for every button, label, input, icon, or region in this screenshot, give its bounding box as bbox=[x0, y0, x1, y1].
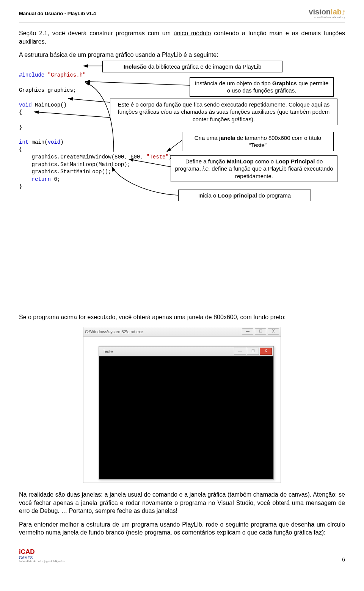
teste-canvas bbox=[99, 356, 273, 479]
tok-header: "Graphics.h" bbox=[48, 72, 86, 78]
c2a: Instância de um objeto do tipo bbox=[195, 80, 272, 86]
teste-window-buttons: — ☐ X bbox=[234, 348, 272, 355]
code-line-7: { bbox=[19, 146, 22, 152]
code-line-10: graphics.StartMainLoop(); bbox=[19, 169, 111, 175]
svg-line-4 bbox=[167, 140, 182, 152]
c4a: Cria uma bbox=[195, 135, 219, 141]
code-line-5: } bbox=[19, 124, 22, 130]
c4c: de tamanho 800x600 com o título “Teste” bbox=[235, 135, 321, 149]
tok-zero: 0; bbox=[51, 176, 60, 182]
c1-text: da biblioteca gráfica e de imagem da Pla… bbox=[147, 63, 262, 70]
callout-mainloop-body: Este é o corpo da função que fica sendo … bbox=[110, 99, 337, 125]
tok-cmw: graphics.CreateMainWindow(800, 600, bbox=[19, 154, 146, 160]
code-line-11: return 0; bbox=[19, 176, 60, 182]
logo-text-lab: lab bbox=[331, 8, 342, 16]
screenshot-container: C:\Windows\system32\cmd.exe — ☐ X Teste … bbox=[19, 327, 345, 483]
teste-maximize-button[interactable]: ☐ bbox=[247, 348, 259, 355]
cmd-window: C:\Windows\system32\cmd.exe — ☐ X Teste … bbox=[83, 327, 281, 483]
cmd-maximize-button[interactable]: ☐ bbox=[255, 328, 266, 335]
c5d: Loop Principal bbox=[275, 158, 315, 165]
p1-underline: único módulo bbox=[174, 30, 211, 36]
paragraph-5: Para entender melhor a estrutura de um p… bbox=[19, 520, 345, 537]
tok-paren: ) bbox=[60, 139, 63, 145]
page-footer: iCAD GAMES Laboratório de cad e jogos in… bbox=[19, 548, 345, 563]
tok-int: int bbox=[19, 139, 28, 145]
svg-line-3 bbox=[34, 112, 110, 118]
teste-minimize-button[interactable]: — bbox=[234, 348, 246, 355]
svg-line-2 bbox=[68, 99, 110, 102]
c4b: janela bbox=[219, 135, 235, 141]
c5a: Define a função bbox=[185, 158, 227, 165]
cmd-titlebar: C:\Windows\system32\cmd.exe — ☐ X bbox=[83, 327, 281, 337]
code-line-4: { bbox=[19, 109, 22, 115]
svg-line-5 bbox=[129, 159, 171, 167]
header-divider bbox=[19, 22, 345, 22]
c6a: Inicia o bbox=[198, 192, 218, 199]
code-line-1: #include "Graphics.h" bbox=[19, 72, 86, 78]
page-number: 6 bbox=[342, 557, 345, 563]
c5g: define a função que a PlayLib ficará exe… bbox=[210, 165, 333, 179]
callout-setmainloop: Define a função MainLoop como o Loop Pri… bbox=[171, 155, 337, 182]
doc-title: Manual do Usuário - PlayLib v1.4 bbox=[19, 11, 96, 16]
p1-text-a: Seção 2.1, você deverá construir program… bbox=[19, 30, 174, 36]
paragraph-3: Se o programa acima for executado, você … bbox=[19, 313, 345, 321]
c5f: i.e. bbox=[202, 165, 210, 172]
cmd-minimize-button[interactable]: — bbox=[242, 328, 253, 335]
callout-include: Inclusão da biblioteca gráfica e de imag… bbox=[102, 61, 282, 73]
code-line-8: graphics.CreateMainWindow(800, 600, "Tes… bbox=[19, 154, 175, 160]
code-line-12: } bbox=[19, 183, 22, 190]
code-line-6: int main(void) bbox=[19, 139, 64, 145]
tok-return: return bbox=[19, 176, 51, 182]
c6b: Loop principal bbox=[218, 192, 257, 199]
cmd-close-button[interactable]: X bbox=[268, 328, 279, 335]
c5b: MainLoop bbox=[227, 158, 254, 165]
c6c: do programa bbox=[257, 192, 291, 199]
c3a: Este é o corpo da função que fica sendo … bbox=[118, 101, 330, 122]
tok-include: #include bbox=[19, 72, 44, 78]
tok-void: void bbox=[19, 102, 32, 108]
c1-bold: Inclusão bbox=[124, 63, 147, 70]
icad-logo: iCAD GAMES Laboratório de cad e jogos in… bbox=[19, 548, 64, 563]
callout-graphics-instance: Instância de um objeto do tipo Graphics … bbox=[190, 77, 334, 97]
footer-games: GAMES bbox=[19, 556, 33, 560]
paragraph-4: Na realidade são duas janelas: a janela … bbox=[19, 491, 345, 515]
c5c: como o bbox=[254, 158, 276, 165]
cmd-window-buttons: — ☐ X bbox=[242, 328, 279, 335]
teste-title-text: Teste bbox=[100, 349, 113, 354]
teste-close-button[interactable]: X bbox=[260, 348, 272, 355]
tok-main: main( bbox=[28, 139, 47, 145]
callout-startmainloop: Inicia o Loop principal do programa bbox=[178, 190, 311, 202]
code-line-9: graphics.SetMainLoop(MainLoop); bbox=[19, 161, 130, 168]
paragraph-2: A estrutura básica de um programa gráfic… bbox=[19, 51, 345, 59]
code-block: #include "Graphics.h" Graphics graphics;… bbox=[19, 64, 345, 310]
footer-sub: Laboratório de cad e jogos inteligentes bbox=[19, 560, 64, 563]
visionlab-logo: visionlab⤴ visualization laboratory bbox=[309, 8, 345, 19]
logo-subtitle: visualization laboratory bbox=[309, 16, 345, 19]
teste-titlebar: Teste — ☐ X bbox=[99, 346, 273, 357]
tok-mainloop: MainLoop() bbox=[32, 102, 67, 108]
page-header: Manual do Usuário - PlayLib v1.4 visionl… bbox=[19, 8, 345, 19]
logo-swoosh-icon: ⤴ bbox=[342, 9, 345, 16]
logo-text-vision: vision bbox=[309, 8, 331, 16]
code-line-3: void MainLoop() bbox=[19, 102, 67, 108]
code-line-2: Graphics graphics; bbox=[19, 87, 76, 93]
footer-icad: iCAD bbox=[19, 548, 35, 555]
cmd-title-text: C:\Windows\system32\cmd.exe bbox=[85, 329, 143, 334]
callout-create-window: Cria uma janela de tamanho 800x600 com o… bbox=[182, 132, 334, 151]
paragraph-1: Seção 2.1, você deverá construir program… bbox=[19, 29, 345, 45]
svg-line-1 bbox=[85, 82, 190, 85]
c2b: Graphics bbox=[272, 80, 297, 86]
tok-void2: void bbox=[48, 139, 61, 145]
tok-teste: "Teste" bbox=[146, 154, 169, 160]
teste-window: Teste — ☐ X bbox=[99, 346, 274, 480]
